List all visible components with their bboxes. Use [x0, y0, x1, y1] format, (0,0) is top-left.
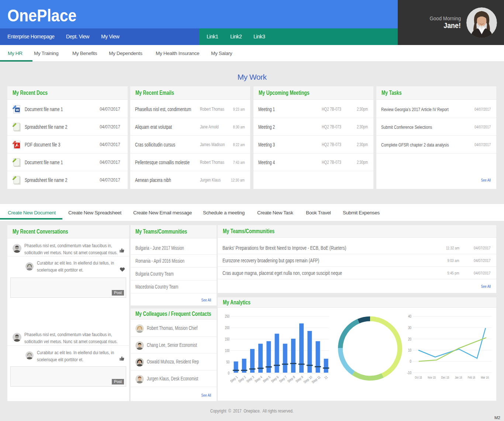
svg-text:0: 0 — [410, 359, 412, 363]
svg-text:0: 0 — [228, 371, 230, 375]
svg-text:11: 11 — [323, 375, 328, 380]
svg-text:Step 5: Step 5 — [262, 375, 271, 383]
svg-text:50: 50 — [227, 360, 230, 364]
svg-text:Step 2: Step 2 — [238, 375, 247, 383]
svg-text:Step 6: Step 6 — [270, 375, 279, 383]
svg-text:Feb 16: Feb 16 — [468, 376, 476, 379]
svg-text:Step 7: Step 7 — [279, 375, 288, 383]
svg-text:Mar 16: Mar 16 — [481, 376, 489, 379]
svg-text:-10: -10 — [407, 371, 411, 375]
svg-text:250: 250 — [225, 314, 230, 318]
svg-text:Step 11: Step 11 — [311, 375, 321, 384]
svg-text:Jan 16: Jan 16 — [455, 376, 462, 379]
svg-text:Step 3: Step 3 — [246, 375, 255, 383]
svg-text:30: 30 — [408, 326, 411, 330]
svg-text:Step 8: Step 8 — [287, 375, 296, 383]
svg-text:100: 100 — [225, 349, 230, 353]
svg-text:Step 1: Step 1 — [229, 375, 238, 383]
svg-text:150: 150 — [225, 337, 230, 341]
svg-text:Step 4: Step 4 — [254, 375, 263, 383]
svg-text:Dec 15: Dec 15 — [441, 376, 449, 379]
svg-text:Step 10: Step 10 — [303, 375, 313, 384]
svg-text:200: 200 — [225, 326, 230, 330]
svg-text:Step 9: Step 9 — [295, 375, 304, 383]
svg-text:20: 20 — [408, 337, 411, 341]
svg-text:40: 40 — [408, 314, 411, 318]
svg-text:Nov 15: Nov 15 — [428, 376, 436, 379]
svg-text:W: W — [16, 108, 19, 112]
svg-text:Oct 15: Oct 15 — [415, 376, 422, 379]
svg-text:10: 10 — [408, 348, 411, 352]
